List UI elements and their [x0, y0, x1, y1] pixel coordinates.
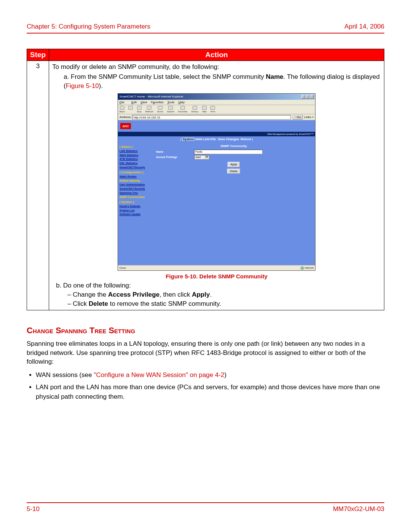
section-paragraph: Spanning tree eliminates loops in a LAN … — [27, 339, 384, 366]
menu-help[interactable]: Help — [178, 101, 185, 104]
left-lan-stats[interactable]: LAN Statistics — [119, 149, 151, 153]
footer-doc-id: MM70xG2-UM-03 — [333, 505, 384, 513]
left-head-config: [ Configuration ] — [119, 170, 151, 174]
globe-icon — [301, 267, 304, 270]
left-user-admin[interactable]: User Administration — [119, 183, 151, 187]
name-input[interactable]: Public — [194, 150, 263, 154]
left-security2[interactable]: SmartCNCTSecurity — [119, 187, 151, 191]
left-dsl-stats[interactable]: DSL Statistics — [119, 161, 151, 165]
left-head-status: [ Status ] — [119, 145, 151, 149]
nav-dsl[interactable]: DSL — [210, 137, 217, 141]
adc-top-nav: [ System WAN LAN DSL Save Changes Reboot… — [118, 136, 315, 142]
header-chapter: Chapter 5: Configuring System Parameters — [27, 23, 150, 30]
history-icon[interactable]: History — [191, 106, 199, 113]
priv-select[interactable]: read — [194, 155, 209, 160]
links-label[interactable]: Links » — [304, 115, 314, 119]
adc-logo: ADC — [120, 123, 131, 129]
go-button[interactable]: →Go — [292, 115, 303, 120]
page-header: Chapter 5: Configuring System Parameters… — [27, 23, 384, 34]
favorites-icon[interactable]: Favorites — [178, 106, 188, 113]
priv-label: Access Privilege — [156, 155, 194, 159]
menu-tools[interactable]: Tools — [167, 101, 175, 104]
ie-menu-bar: File Edit View Favorites Tools Help — [118, 100, 315, 105]
nav-wan[interactable]: WAN — [195, 137, 202, 141]
stop-icon[interactable]: Stop — [137, 106, 141, 113]
left-softup[interactable]: Software Update — [119, 212, 151, 216]
action-dash-1: – Change the Access Privilege, then clic… — [67, 290, 381, 299]
print-icon[interactable]: Print — [210, 106, 215, 113]
left-factory[interactable]: Factory Defaults — [119, 204, 151, 208]
nav-reboot[interactable]: Reboot — [241, 137, 251, 141]
menu-edit[interactable]: Edit — [131, 101, 137, 104]
section-heading: Change Spanning Tree Setting — [27, 326, 384, 335]
left-security1[interactable]: SmartCNCTSecurity — [119, 166, 151, 169]
left-default-gw[interactable]: Default Gateway — [119, 179, 151, 183]
figure-ref[interactable]: Figure 5-10 — [66, 82, 99, 89]
home-icon[interactable]: Home — [157, 106, 163, 113]
left-head-system: [ System ] — [119, 200, 151, 204]
main-panel: SNMP Community Name Public Access Privil… — [152, 142, 315, 265]
footer-page-num: 5-10 — [27, 505, 40, 513]
nav-save[interactable]: Save Changes — [218, 137, 239, 141]
ie-address-bar: Address http://144.10.192.31 →Go Links » — [118, 114, 315, 120]
panel-title: SNMP Community — [156, 144, 311, 148]
left-atm-stats[interactable]: ATM Statistics — [119, 157, 151, 161]
adc-page: ADC Web Management powered by SmartCNCT™… — [118, 120, 315, 265]
screenshot-ie-window: SmartCNCT Home - Microsoft Internet Expl… — [118, 93, 315, 271]
th-step: Step — [27, 49, 49, 61]
action-step-a: a. From the SNMP Community List table, s… — [64, 72, 381, 91]
search-icon[interactable]: Search — [167, 106, 174, 113]
apply-button[interactable]: Apply — [228, 162, 240, 167]
step-action-cell: To modify or delete an SNMP community, d… — [49, 61, 384, 310]
step-number: 3 — [27, 61, 49, 310]
wan-session-link[interactable]: "Configure a New WAN Session" on page 4-… — [94, 371, 224, 379]
step-action-table: Step Action 3 To modify or delete an SNM… — [27, 49, 384, 310]
left-wan-stats[interactable]: WAN Statistics — [119, 153, 151, 157]
action-dash-2: – Click Delete to remove the static SNMP… — [67, 299, 381, 308]
nav-system[interactable]: System — [182, 137, 194, 141]
section-bullets: WAN sessions (see "Configure a New WAN S… — [36, 370, 384, 402]
bullet-1: WAN sessions (see "Configure a New WAN S… — [36, 370, 384, 380]
ie-title-text: SmartCNCT Home - Microsoft Internet Expl… — [119, 94, 183, 99]
close-icon[interactable] — [310, 95, 314, 99]
mail-icon[interactable]: Mail — [202, 106, 207, 113]
figure-caption: Figure 5-10. Delete SNMP Community — [52, 272, 381, 280]
refresh-icon[interactable]: Refresh — [145, 106, 153, 113]
maximize-icon[interactable] — [306, 95, 309, 99]
header-date: April 14, 2006 — [344, 23, 384, 30]
minimize-icon[interactable] — [301, 95, 305, 99]
status-zone: Internet — [301, 266, 314, 270]
bullet-2: LAN port and the LAN has more than one d… — [36, 382, 384, 402]
left-snmp-comm[interactable]: SNMP Communities — [119, 195, 151, 199]
back-icon[interactable]: Back — [119, 106, 124, 113]
ie-title-bar: SmartCNCT Home - Microsoft Internet Expl… — [118, 94, 315, 99]
nav-lan[interactable]: LAN — [203, 137, 209, 141]
page-footer: 5-10 MM70xG2-UM-03 — [27, 502, 384, 513]
left-syslog[interactable]: System Log — [119, 209, 151, 212]
name-label: Name — [156, 150, 194, 154]
action-step-b: b. Do one of the following: — [56, 281, 381, 290]
th-action: Action — [49, 49, 384, 61]
left-spanning-tree[interactable]: Spanning Tree — [119, 191, 151, 195]
address-input[interactable]: http://144.10.192.31 — [132, 115, 291, 120]
left-static-routes[interactable]: Static Routes — [119, 175, 151, 179]
forward-icon[interactable] — [128, 106, 133, 113]
address-label: Address — [119, 115, 131, 119]
menu-favorites[interactable]: Favorites — [151, 101, 164, 104]
menu-file[interactable]: File — [119, 101, 127, 104]
adc-tagline: Web Management powered by SmartCNCT™ — [118, 132, 315, 136]
ie-toolbar: Back Stop Refresh Home Search Favorites … — [118, 105, 315, 114]
delete-button[interactable]: Delete — [227, 169, 240, 174]
menu-view[interactable]: View — [140, 101, 147, 104]
action-intro: To modify or delete an SNMP community, d… — [52, 62, 381, 72]
ie-status-bar: Done Internet — [118, 265, 315, 270]
status-left: Done — [119, 266, 126, 270]
left-nav: [ Status ] LAN Statistics WAN Statistics… — [118, 142, 152, 265]
